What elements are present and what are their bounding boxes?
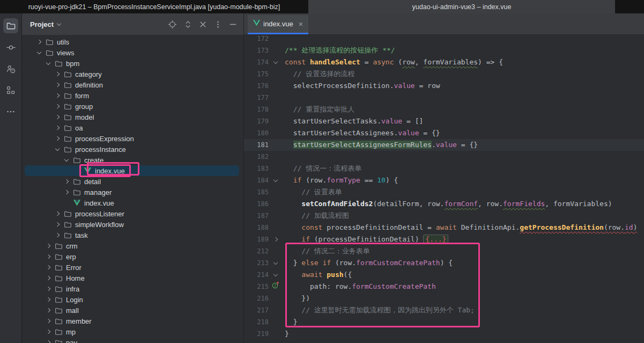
tree-item-views[interactable]: views — [22, 47, 243, 58]
tree-item-index-vue[interactable]: index.vue — [22, 198, 243, 208]
chevron-right-icon[interactable] — [46, 287, 50, 291]
tree-item-create[interactable]: create — [22, 155, 243, 165]
line-number[interactable]: 218 — [244, 316, 269, 328]
tree-item-model[interactable]: model — [22, 112, 243, 122]
chevron-right-icon[interactable] — [46, 340, 50, 343]
code-line-219[interactable]: 219} — [244, 328, 644, 340]
code-line-188[interactable]: 188 const processDefinitionDetail = awai… — [244, 222, 644, 233]
line-number[interactable]: 172 — [244, 33, 269, 45]
chevron-right-icon[interactable] — [46, 265, 50, 269]
line-number[interactable]: 216 — [244, 293, 269, 304]
fold-open-icon[interactable] — [273, 260, 278, 264]
chevron-down-icon[interactable] — [64, 157, 69, 161]
code-line-172[interactable]: 172 — [244, 33, 644, 45]
tree-item-home[interactable]: Home — [22, 273, 243, 283]
code-line-182[interactable]: 182 — [244, 151, 644, 163]
options-kebab-icon[interactable] — [214, 20, 222, 29]
tree-item-task[interactable]: task — [22, 230, 243, 240]
code-line-213[interactable]: 213 } else if (row.formCustomCreatePath)… — [244, 257, 644, 269]
chevron-right-icon[interactable] — [55, 222, 60, 227]
code-line-179[interactable]: 179 startUserSelectTasks.value = [] — [244, 115, 644, 127]
code-line-185[interactable]: 185 // 设置表单 — [244, 186, 644, 198]
tree-item-processinstance[interactable]: processInstance — [22, 144, 243, 155]
line-number[interactable]: 177 — [244, 92, 269, 104]
tree-item-utils[interactable]: utils — [22, 37, 243, 47]
chevron-right-icon[interactable] — [46, 308, 50, 312]
chevron-down-icon[interactable] — [57, 21, 61, 25]
code-line-189[interactable]: 189 if (processDefinitionDetail) {...} — [244, 233, 644, 245]
line-number[interactable]: 213 — [244, 257, 269, 269]
fold-open-icon[interactable] — [273, 177, 278, 181]
code-line-178[interactable]: 178 // 重置指定审批人 — [244, 104, 644, 115]
line-number[interactable]: 217 — [244, 304, 269, 316]
tree-item-index-vue[interactable]: index.vue — [22, 165, 243, 176]
chevron-right-icon[interactable] — [46, 244, 50, 248]
code-line-177[interactable]: 177 — [244, 92, 644, 104]
chevron-right-icon[interactable] — [55, 72, 60, 76]
close-icon[interactable]: × — [299, 20, 303, 28]
line-number[interactable]: 220 — [244, 340, 269, 343]
line-number[interactable]: 185 — [244, 186, 269, 198]
chevron-right-icon[interactable] — [55, 233, 60, 237]
chevron-down-icon[interactable] — [37, 49, 41, 54]
tree-item-group[interactable]: group — [22, 101, 243, 112]
pull-requests-tool-button[interactable]: ? — [3, 61, 18, 76]
line-number[interactable]: 187 — [244, 210, 269, 222]
chevron-right-icon[interactable] — [55, 93, 60, 98]
fold-closed-icon[interactable] — [273, 237, 278, 242]
code-editor[interactable]: 172173/** 处理选择流程的按钮操作 **/174const handle… — [244, 33, 644, 343]
chevron-right-icon[interactable] — [46, 330, 50, 334]
code-line-173[interactable]: 173/** 处理选择流程的按钮操作 **/ — [244, 45, 644, 56]
chevron-down-icon[interactable] — [46, 60, 50, 64]
code-line-218[interactable]: 218 } — [244, 316, 644, 328]
tree-item-crm[interactable]: crm — [22, 240, 243, 251]
tree-item-category[interactable]: category — [22, 69, 243, 79]
line-number[interactable]: 181 — [244, 139, 269, 151]
project-tree[interactable]: utilsviewsbpmcategorydefinitionformgroup… — [22, 35, 243, 343]
tree-item-mp[interactable]: mp — [22, 326, 243, 337]
line-number[interactable]: 186 — [244, 198, 269, 210]
chevron-right-icon[interactable] — [55, 126, 60, 130]
tree-item-form[interactable]: form — [22, 90, 243, 101]
chevron-right-icon[interactable] — [55, 115, 60, 119]
code-line-176[interactable]: 176 selectProcessDefinition.value = row — [244, 80, 644, 92]
chevron-right-icon[interactable] — [46, 297, 50, 302]
chevron-right-icon[interactable] — [46, 254, 50, 259]
code-line-175[interactable]: 175 // 设置选择的流程 — [244, 68, 644, 80]
hide-panel-icon[interactable] — [229, 20, 237, 28]
line-number[interactable]: 219 — [244, 328, 269, 340]
expand-all-icon[interactable] — [184, 20, 192, 29]
code-line-184[interactable]: 184 if (row.formType == 10) { — [244, 174, 644, 186]
code-line-214[interactable]: 214 await push({ — [244, 269, 644, 281]
tree-item-processexpression[interactable]: processExpression — [22, 133, 243, 144]
chevron-right-icon[interactable] — [64, 190, 69, 194]
tree-item-member[interactable]: member — [22, 316, 243, 326]
code-line-216[interactable]: 216 }) — [244, 293, 644, 304]
chevron-right-icon[interactable] — [55, 104, 60, 108]
line-number[interactable]: 188 — [244, 222, 269, 233]
code-line-186[interactable]: 186 setConfAndFields2(detailForm, row.fo… — [244, 198, 644, 210]
tree-item-pay[interactable]: pay — [22, 337, 243, 343]
line-number[interactable]: 174 — [244, 56, 269, 68]
line-number[interactable]: 212 — [244, 245, 269, 257]
line-number[interactable]: 183 — [244, 163, 269, 174]
chevron-right-icon[interactable] — [46, 276, 50, 280]
tree-item-manager[interactable]: manager — [22, 187, 243, 198]
chevron-right-icon[interactable] — [55, 83, 60, 87]
tree-item-processlistener[interactable]: processListener — [22, 208, 243, 219]
line-number[interactable]: 175 — [244, 68, 269, 80]
line-number[interactable]: 189 — [244, 233, 269, 245]
tree-item-bpm[interactable]: bpm — [22, 58, 243, 69]
tree-item-login[interactable]: Login — [22, 294, 243, 305]
line-number[interactable]: 176 — [244, 80, 269, 92]
code-line-180[interactable]: 180 startUserSelectAssignees.value = {} — [244, 127, 644, 139]
fold-open-icon[interactable] — [273, 272, 278, 276]
chevron-right-icon[interactable] — [37, 40, 41, 44]
line-number[interactable]: 214 — [244, 269, 269, 281]
intention-gutter-icon[interactable]: I — [271, 281, 280, 293]
line-number[interactable]: 182 — [244, 151, 269, 163]
code-line-212[interactable]: 212 // 情况二：业务表单 — [244, 245, 644, 257]
tree-item-error[interactable]: Error — [22, 262, 243, 273]
more-tool-windows-button[interactable] — [3, 104, 18, 119]
commit-tool-button[interactable] — [3, 40, 18, 55]
